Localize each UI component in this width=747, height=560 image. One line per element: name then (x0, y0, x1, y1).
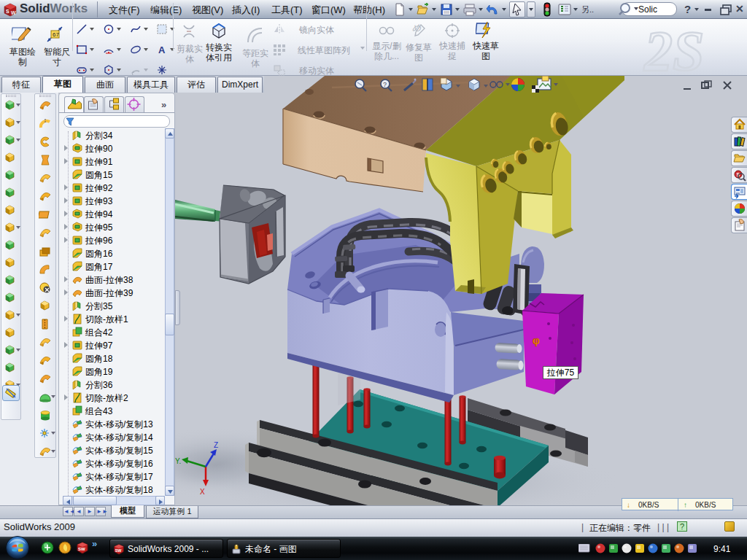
svg-text:φ: φ (533, 335, 540, 346)
svg-text:W: W (11, 10, 16, 15)
svg-text:Y.: Y. (175, 457, 181, 465)
svg-text:A: A (158, 44, 166, 55)
svg-text:X: X (200, 488, 205, 496)
svg-text:2S: 2S (643, 19, 704, 74)
svg-text:Z: Z (214, 441, 218, 449)
svg-text:?: ? (383, 81, 387, 88)
svg-text:67: 67 (53, 31, 59, 38)
svg-text:SW: SW (115, 548, 123, 553)
svg-text:SW: SW (78, 547, 85, 551)
svg-text:S: S (6, 9, 9, 14)
